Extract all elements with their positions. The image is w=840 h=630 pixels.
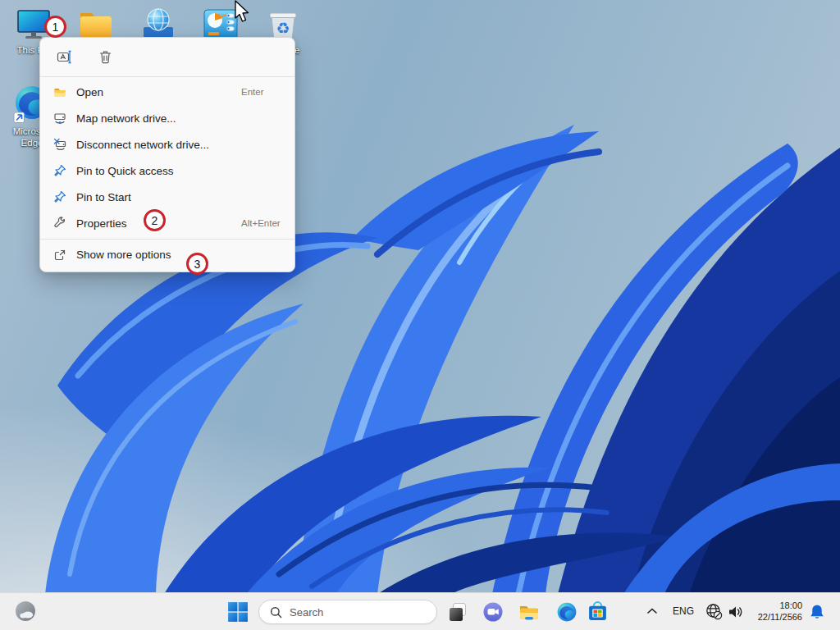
edge-icon — [556, 601, 578, 623]
menu-item-label: Pin to Start — [76, 191, 131, 203]
disconnect-network-drive-icon — [53, 138, 66, 151]
search-input[interactable] — [290, 606, 421, 619]
rename-icon — [57, 49, 72, 65]
edge-taskbar-button[interactable] — [556, 601, 578, 623]
context-menu-footer: Show more options — [40, 239, 294, 268]
globe-no-internet-icon — [705, 602, 724, 621]
menu-item-label: Show more options — [76, 249, 171, 261]
tray-overflow-button[interactable] — [646, 605, 659, 618]
map-network-drive-icon — [53, 112, 66, 125]
menu-item-open[interactable]: Open Enter — [40, 79, 294, 105]
delete-button[interactable] — [94, 47, 116, 68]
menu-item-label: Properties — [76, 217, 127, 230]
trash-icon — [98, 49, 113, 65]
open-folder-icon — [53, 85, 66, 98]
rename-button[interactable] — [53, 47, 75, 68]
context-menu-items: Open Enter Map network drive... — [40, 77, 294, 236]
search-icon — [270, 606, 282, 619]
annotation-step-3: 3 — [186, 253, 208, 275]
svg-text:♻: ♻ — [276, 19, 290, 37]
microsoft-store-button[interactable] — [587, 600, 609, 623]
windows-logo-icon — [227, 601, 249, 623]
microsoft-store-icon — [587, 600, 609, 623]
menu-item-shortcut: Alt+Enter — [241, 218, 281, 228]
menu-item-label: Map network drive... — [76, 112, 176, 125]
chat-button[interactable] — [482, 601, 504, 623]
bell-icon — [808, 603, 826, 621]
menu-item-pin-to-start[interactable]: Pin to Start — [40, 184, 294, 210]
menu-item-label: Pin to Quick access — [76, 165, 174, 177]
task-view-button[interactable] — [447, 601, 468, 623]
start-button[interactable] — [227, 601, 249, 623]
annotation-step-1: 1 — [44, 16, 66, 38]
file-explorer-icon — [518, 601, 540, 623]
pin-icon — [53, 190, 66, 203]
context-menu: Open Enter Map network drive... — [39, 37, 295, 272]
chevron-up-icon — [646, 605, 659, 618]
notification-bell-button[interactable] — [808, 603, 826, 621]
taskbar: ENG 18:00 22/11/2566 — [0, 592, 840, 630]
menu-item-label: Open — [76, 86, 103, 98]
language-indicator[interactable]: ENG — [671, 605, 696, 617]
menu-item-map-network-drive[interactable]: Map network drive... — [40, 105, 294, 131]
chat-icon — [482, 601, 504, 623]
properties-wrench-icon — [53, 217, 66, 230]
file-explorer-button[interactable] — [518, 601, 540, 623]
mouse-cursor — [232, 0, 250, 25]
menu-item-properties[interactable]: Properties Alt+Enter — [40, 210, 294, 236]
annotation-step-2: 2 — [144, 209, 166, 231]
context-menu-quick-actions — [40, 38, 294, 76]
desktop: This PC — [0, 0, 840, 630]
menu-item-disconnect-network-drive[interactable]: Disconnect network drive... — [40, 131, 294, 158]
taskbar-search[interactable] — [258, 600, 437, 624]
clock-time: 18:00 — [742, 600, 802, 612]
show-more-options-icon — [53, 249, 66, 262]
network-tray-button[interactable] — [705, 602, 724, 621]
widgets-button[interactable] — [14, 600, 37, 623]
clock-date: 22/11/2566 — [742, 612, 802, 623]
pin-icon — [53, 164, 66, 177]
menu-item-pin-to-quick-access[interactable]: Pin to Quick access — [40, 158, 294, 184]
menu-item-shortcut: Enter — [241, 87, 264, 97]
menu-item-show-more-options[interactable]: Show more options — [40, 241, 294, 268]
task-view-icon — [447, 601, 468, 623]
menu-item-label: Disconnect network drive... — [76, 139, 209, 151]
clock[interactable]: 18:00 22/11/2566 — [742, 600, 802, 623]
weather-widget-icon — [14, 600, 37, 623]
